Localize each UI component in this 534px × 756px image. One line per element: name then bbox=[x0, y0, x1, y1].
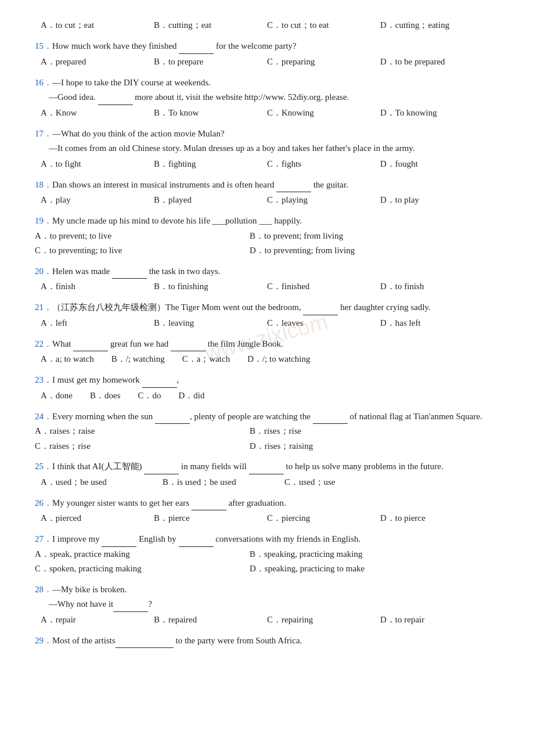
q16-line1: —I hope to take the DIY course at weeken… bbox=[52, 78, 211, 87]
q21-text: （江苏东台八校九年级检测）The Tiger Mom went out the … bbox=[52, 303, 431, 312]
q23-text: I must get my homework , bbox=[52, 375, 179, 384]
question-29: 29．Most of the artists to the party were… bbox=[35, 633, 499, 649]
q27-optD: D．speaking, practicing to make bbox=[250, 561, 459, 577]
option-A: A．to cut；eat bbox=[41, 17, 148, 33]
q27-optA: A．speak, practice making bbox=[35, 547, 244, 562]
q28-optB: B．repaired bbox=[154, 612, 261, 628]
q26-optA: A．pierced bbox=[41, 510, 148, 526]
q22-opts: A．a; to watch B．/; watching C．a；watch D．… bbox=[41, 354, 311, 363]
q28-optC: C．repairing bbox=[267, 612, 374, 628]
q23-opts: A．done B．does C．do D．did bbox=[41, 391, 205, 400]
q16-optC: C．Knowing bbox=[267, 105, 374, 121]
question-22: 22．What great fun we had the film Jungle… bbox=[35, 337, 499, 368]
question-24: 24．Every morning when the sun , plenty o… bbox=[35, 409, 499, 454]
question-23: 23．I must get my homework , A．done B．doe… bbox=[35, 373, 499, 404]
q28-line2: —Why not have it? bbox=[49, 599, 152, 609]
q17-number: 17． bbox=[35, 129, 52, 138]
q19-optB: B．to prevent; from living bbox=[250, 229, 459, 244]
q27-text: I improve my English by conversations wi… bbox=[52, 534, 360, 543]
q22-text: What great fun we had the film Jungle Bo… bbox=[52, 339, 283, 348]
q17-line2: —It comes from an old Chinese story. Mul… bbox=[49, 143, 415, 153]
q18-text: Dan shows an interest in musical instrum… bbox=[52, 180, 348, 189]
q26-optC: C．piercing bbox=[267, 510, 374, 526]
q27-optB: B．speaking, practicing making bbox=[250, 547, 459, 562]
q25-optA: A．used；be used bbox=[41, 474, 157, 490]
q25-number: 25． bbox=[35, 462, 52, 471]
q26-optD: D．to pierce bbox=[380, 510, 488, 526]
q15-text: How much work have they finished for the… bbox=[52, 41, 297, 51]
q18-number: 18． bbox=[35, 180, 52, 189]
q24-optA: A．raises；raise bbox=[35, 424, 244, 439]
q16-optD: D．To knowing bbox=[380, 105, 488, 121]
q16-optA: A．Know bbox=[41, 105, 148, 121]
q17-line1: —What do you think of the action movie M… bbox=[52, 129, 225, 138]
question-17: 17．—What do you think of the action movi… bbox=[35, 127, 499, 172]
q16-number: 16． bbox=[35, 78, 52, 87]
q24-optD: D．rises；raising bbox=[250, 439, 459, 454]
q26-optB: B．pierce bbox=[154, 510, 261, 526]
q20-optC: C．finished bbox=[267, 279, 374, 294]
q20-number: 20． bbox=[35, 267, 52, 276]
q24-text: Every morning when the sun , plenty of p… bbox=[52, 412, 482, 421]
q26-text: My younger sister wants to get her ears … bbox=[52, 498, 286, 507]
q29-number: 29． bbox=[35, 636, 52, 645]
q15-optA: A．prepared bbox=[41, 54, 148, 70]
question-26: 26．My younger sister wants to get her ea… bbox=[35, 496, 499, 527]
question-25: 25．I think that AI(人工智能) in many fields … bbox=[35, 459, 499, 490]
q26-number: 26． bbox=[35, 498, 52, 507]
q16-line2: —Good idea. more about it, visit the web… bbox=[49, 92, 349, 102]
q15-number: 15． bbox=[35, 41, 52, 51]
q17-optA: A．to fight bbox=[41, 156, 148, 172]
option-B: B．cutting；eat bbox=[154, 17, 261, 33]
q18-optD: D．to play bbox=[380, 192, 488, 208]
q21-number: 21． bbox=[35, 303, 52, 312]
q18-optB: B．played bbox=[154, 192, 261, 208]
question-19: 19．My uncle made up his mind to devote h… bbox=[35, 214, 499, 258]
q17-optD: D．fought bbox=[380, 156, 488, 172]
q19-number: 19． bbox=[35, 216, 52, 225]
q18-optA: A．play bbox=[41, 192, 148, 208]
q25-optC: C．used；use bbox=[284, 474, 377, 490]
q29-text: Most of the artists to the party were fr… bbox=[52, 636, 302, 645]
q17-optB: B．fighting bbox=[154, 156, 261, 172]
q20-optA: A．finish bbox=[41, 279, 148, 294]
q28-number: 28． bbox=[35, 585, 52, 594]
question-21: 21．（江苏东台八校九年级检测）The Tiger Mom went out t… bbox=[35, 300, 499, 331]
option-C: C．to cut；to eat bbox=[267, 17, 374, 33]
q28-line1: —My bike is broken. bbox=[52, 585, 127, 594]
q19-optA: A．to prevent; to live bbox=[35, 229, 244, 244]
q27-optC: C．spoken, practicing making bbox=[35, 561, 244, 577]
q15-optB: B．to prepare bbox=[154, 54, 261, 70]
q21-optD: D．has left bbox=[380, 315, 488, 331]
q24-optB: B．rises；rise bbox=[250, 424, 459, 439]
q20-optB: B．to finishing bbox=[154, 279, 261, 294]
q19-optD: D．to preventing; from living bbox=[250, 243, 459, 258]
q21-optB: B．leaving bbox=[154, 315, 261, 331]
q25-text: I think that AI(人工智能) in many fields wil… bbox=[52, 462, 443, 471]
q20-text: Helen was made the task in two days. bbox=[52, 267, 221, 276]
top-options: A．to cut；eat B．cutting；eat C．to cut；to e… bbox=[35, 17, 499, 33]
q22-number: 22． bbox=[35, 339, 52, 348]
q19-optC: C．to preventing; to live bbox=[35, 243, 244, 258]
question-16: 16．—I hope to take the DIY course at wee… bbox=[35, 75, 499, 121]
q27-number: 27． bbox=[35, 534, 52, 543]
q17-optC: C．fights bbox=[267, 156, 374, 172]
q20-optD: D．to finish bbox=[380, 279, 488, 294]
q21-optC: C．leaves bbox=[267, 315, 374, 331]
q18-optC: C．playing bbox=[267, 192, 374, 208]
q21-optA: A．left bbox=[41, 315, 148, 331]
q15-optD: D．to be prepared bbox=[380, 54, 488, 70]
q24-number: 24． bbox=[35, 412, 52, 421]
q28-optD: D．to repair bbox=[380, 612, 488, 628]
question-18: 18．Dan shows an interest in musical inst… bbox=[35, 178, 499, 208]
q28-optA: A．repair bbox=[41, 612, 148, 628]
question-20: 20．Helen was made the task in two days. … bbox=[35, 264, 499, 295]
option-D: D．cutting；eating bbox=[380, 17, 488, 33]
question-28: 28．—My bike is broken. —Why not have it?… bbox=[35, 582, 499, 628]
q19-text: My uncle made up his mind to devote his … bbox=[52, 216, 302, 225]
question-15: 15．How much work have they finished for … bbox=[35, 39, 499, 70]
q24-optC: C．raises；rise bbox=[35, 439, 244, 454]
q16-optB: B．To know bbox=[154, 105, 261, 121]
q25-optB: B．is used；be used bbox=[163, 474, 279, 490]
q23-number: 23． bbox=[35, 375, 52, 384]
